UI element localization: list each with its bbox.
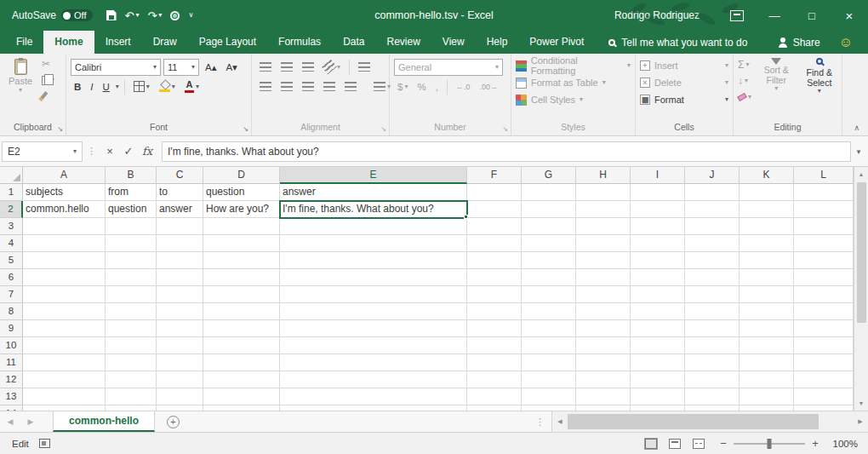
- cell-C3[interactable]: [157, 218, 203, 235]
- row-header-5[interactable]: 5: [0, 252, 23, 269]
- cell-I11[interactable]: [631, 354, 685, 371]
- save-button[interactable]: [106, 10, 117, 20]
- user-name[interactable]: Rodrigo Rodriguez: [614, 9, 700, 21]
- cell-I13[interactable]: [631, 388, 685, 405]
- cell-G7[interactable]: [522, 286, 576, 303]
- cell-C8[interactable]: [157, 303, 203, 320]
- cell-D14[interactable]: [203, 405, 280, 411]
- cell-E14[interactable]: [280, 405, 467, 411]
- underline-button[interactable]: U: [100, 81, 113, 93]
- cell-D6[interactable]: [203, 269, 280, 286]
- cell-A3[interactable]: [23, 218, 106, 235]
- tab-help[interactable]: Help: [476, 31, 519, 54]
- column-header-C[interactable]: C: [157, 167, 203, 184]
- cell-E6[interactable]: [280, 269, 467, 286]
- align-bottom-button[interactable]: [299, 61, 317, 72]
- cell-G9[interactable]: [522, 320, 576, 337]
- number-format-combo[interactable]: General ▾: [394, 59, 503, 76]
- cell-L14[interactable]: [794, 405, 854, 411]
- horizontal-scroll-thumb[interactable]: [568, 414, 819, 429]
- cell-B2[interactable]: question: [106, 201, 157, 218]
- cell-A14[interactable]: [23, 405, 106, 411]
- row-header-8[interactable]: 8: [0, 303, 23, 320]
- cell-J13[interactable]: [685, 388, 740, 405]
- new-sheet-button[interactable]: +: [167, 416, 180, 428]
- font-dialog-launcher[interactable]: ↘: [243, 125, 248, 133]
- cell-C10[interactable]: [157, 337, 203, 354]
- touch-mode-button[interactable]: [170, 11, 180, 20]
- row-header-2[interactable]: 2: [0, 201, 23, 218]
- cell-F11[interactable]: [467, 354, 522, 371]
- scroll-right-button[interactable]: ▶: [853, 411, 868, 432]
- macro-record-icon[interactable]: [39, 439, 50, 448]
- cell-E8[interactable]: [280, 303, 467, 320]
- paste-button[interactable]: Paste ▾: [4, 57, 37, 121]
- cell-K14[interactable]: [740, 405, 794, 411]
- tab-data[interactable]: Data: [332, 31, 375, 54]
- cell-H11[interactable]: [576, 354, 631, 371]
- orientation-button[interactable]: ▾: [320, 61, 344, 72]
- alignment-dialog-launcher[interactable]: ↘: [380, 125, 386, 133]
- cell-E5[interactable]: [280, 252, 467, 269]
- conditional-formatting-button[interactable]: Conditional Formatting ▾: [516, 57, 631, 74]
- autosave-toggle[interactable]: AutoSave Off: [12, 9, 93, 21]
- cell-L11[interactable]: [794, 354, 854, 371]
- tab-file[interactable]: File: [5, 31, 43, 54]
- bold-button[interactable]: B: [71, 81, 84, 93]
- cell-E13[interactable]: [280, 388, 467, 405]
- cell-E9[interactable]: [280, 320, 467, 337]
- cell-D3[interactable]: [203, 218, 280, 235]
- cell-L4[interactable]: [794, 235, 854, 252]
- decrease-decimal-button[interactable]: .00→: [476, 82, 501, 92]
- cell-J1[interactable]: [685, 184, 740, 201]
- zoom-out-button[interactable]: −: [717, 437, 730, 450]
- cell-D10[interactable]: [203, 337, 280, 354]
- cell-A13[interactable]: [23, 388, 106, 405]
- cell-J2[interactable]: [685, 201, 740, 218]
- cell-I1[interactable]: [631, 184, 685, 201]
- fill-color-button[interactable]: ▾: [156, 80, 179, 93]
- cell-J3[interactable]: [685, 218, 740, 235]
- cell-L13[interactable]: [794, 388, 854, 405]
- maximize-button[interactable]: □: [793, 0, 831, 31]
- cell-A8[interactable]: [23, 303, 106, 320]
- cell-J11[interactable]: [685, 354, 740, 371]
- column-header-B[interactable]: B: [106, 167, 157, 184]
- cell-E7[interactable]: [280, 286, 467, 303]
- cell-G2[interactable]: [522, 201, 576, 218]
- collapse-ribbon-button[interactable]: ∧: [854, 124, 859, 132]
- shrink-font-button[interactable]: A▾: [222, 60, 240, 74]
- cell-B7[interactable]: [106, 286, 157, 303]
- cell-K7[interactable]: [740, 286, 794, 303]
- cell-G14[interactable]: [522, 405, 576, 411]
- cell-C13[interactable]: [157, 388, 203, 405]
- cell-G8[interactable]: [522, 303, 576, 320]
- align-middle-button[interactable]: [277, 61, 296, 72]
- vertical-scrollbar[interactable]: ▲ ▼: [854, 167, 868, 411]
- tab-insert[interactable]: Insert: [94, 31, 142, 54]
- cell-L6[interactable]: [794, 269, 854, 286]
- cell-C6[interactable]: [157, 269, 203, 286]
- enter-button[interactable]: ✓: [119, 145, 138, 158]
- cell-H14[interactable]: [576, 405, 631, 411]
- cell-I10[interactable]: [631, 337, 685, 354]
- cell-K4[interactable]: [740, 235, 794, 252]
- cell-K8[interactable]: [740, 303, 794, 320]
- cell-C14[interactable]: [157, 405, 203, 411]
- column-header-D[interactable]: D: [203, 167, 280, 184]
- zoom-level[interactable]: 100%: [822, 439, 858, 449]
- cell-D4[interactable]: [203, 235, 280, 252]
- scroll-left-button[interactable]: ◀: [552, 411, 568, 432]
- scroll-down-button[interactable]: ▼: [854, 396, 868, 411]
- cell-G1[interactable]: [522, 184, 576, 201]
- feedback-smiley-button[interactable]: ☺: [839, 31, 853, 54]
- cell-F2[interactable]: [467, 201, 522, 218]
- cell-H8[interactable]: [576, 303, 631, 320]
- accounting-format-button[interactable]: $▾: [394, 81, 411, 93]
- cell-D8[interactable]: [203, 303, 280, 320]
- select-all-corner[interactable]: [0, 167, 23, 184]
- cell-J8[interactable]: [685, 303, 740, 320]
- tab-draw[interactable]: Draw: [142, 31, 188, 54]
- cell-F10[interactable]: [467, 337, 522, 354]
- column-header-I[interactable]: I: [631, 167, 685, 184]
